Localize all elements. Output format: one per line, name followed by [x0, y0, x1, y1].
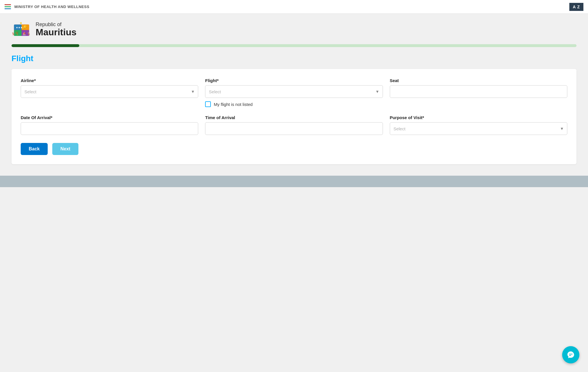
ministry-label: MINISTRY OF HEALTH AND WELLNESS	[14, 5, 89, 9]
flight-not-listed-label: My flight is not listed	[214, 102, 252, 107]
date-arrival-input[interactable]	[21, 122, 198, 135]
progress-bar-background	[11, 44, 577, 47]
back-button[interactable]: Back	[21, 143, 48, 155]
logo-container: ★★★ 🔑 🌴 ⛵ 🦌 🦌 ★ Republic of Mauritius	[11, 20, 76, 40]
time-arrival-group: Time of Arrival	[205, 115, 383, 135]
flight-card: Airline* Select ▼ Flight* Select ▼	[11, 69, 577, 164]
hamburger-menu-icon[interactable]	[5, 4, 11, 9]
next-button[interactable]: Next	[52, 143, 78, 155]
seat-input[interactable]	[390, 85, 567, 98]
chat-button[interactable]	[562, 346, 579, 363]
airline-select[interactable]: Select	[21, 85, 198, 98]
svg-text:🦌: 🦌	[27, 32, 31, 36]
page-content: Flight Airline* Select ▼ Flight* Select	[0, 47, 588, 176]
svg-text:★: ★	[20, 21, 22, 25]
time-arrival-input[interactable]	[205, 122, 383, 135]
svg-text:🦌: 🦌	[11, 32, 16, 36]
progress-bar-fill	[11, 44, 79, 47]
svg-text:🔑: 🔑	[22, 25, 27, 30]
date-arrival-group: Date Of Arrival*	[21, 115, 198, 135]
flight-not-listed-area: My flight is not listed	[205, 101, 383, 107]
svg-text:⛵: ⛵	[22, 32, 26, 35]
top-bar: MINISTRY OF HEALTH AND WELLNESS A Z	[0, 0, 588, 14]
flight-select[interactable]: Select	[205, 85, 383, 98]
svg-text:★★★: ★★★	[16, 26, 23, 29]
language-button[interactable]: A Z	[569, 3, 583, 11]
chat-icon	[567, 351, 575, 359]
flight-not-listed-checkbox[interactable]	[205, 101, 211, 107]
header-area: ★★★ 🔑 🌴 ⛵ 🦌 🦌 ★ Republic of Mauritius	[0, 14, 588, 40]
flight-group: Flight* Select ▼	[205, 78, 383, 98]
progress-container	[0, 40, 588, 47]
seat-label: Seat	[390, 78, 567, 83]
republic-text: Republic of Mauritius	[36, 22, 76, 38]
button-row: Back Next	[21, 143, 567, 155]
flight-label: Flight*	[205, 78, 383, 83]
purpose-label: Purpose of Visit*	[390, 115, 567, 120]
date-arrival-label: Date Of Arrival*	[21, 115, 198, 120]
time-arrival-label: Time of Arrival	[205, 115, 383, 120]
top-bar-left: MINISTRY OF HEALTH AND WELLNESS	[5, 4, 89, 9]
mauritius-label: Mauritius	[36, 27, 76, 37]
coat-of-arms-icon: ★★★ 🔑 🌴 ⛵ 🦌 🦌 ★	[11, 20, 32, 40]
purpose-select[interactable]: Select	[390, 122, 567, 135]
page-title: Flight	[11, 54, 577, 63]
flight-top-row: Airline* Select ▼ Flight* Select ▼	[21, 78, 567, 98]
seat-group: Seat	[390, 78, 567, 98]
purpose-group: Purpose of Visit* Select ▼	[390, 115, 567, 135]
airline-group: Airline* Select ▼	[21, 78, 198, 98]
flight-select-wrapper: Select ▼	[205, 85, 383, 98]
purpose-select-wrapper: Select ▼	[390, 122, 567, 135]
airline-select-wrapper: Select ▼	[21, 85, 198, 98]
republic-of-label: Republic of	[36, 22, 76, 28]
airline-label: Airline*	[21, 78, 198, 83]
footer-area	[0, 176, 588, 187]
arrival-row: Date Of Arrival* Time of Arrival Purpose…	[21, 115, 567, 135]
